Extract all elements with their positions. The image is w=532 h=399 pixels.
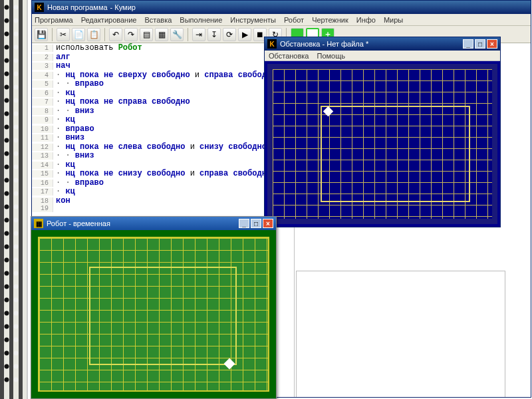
menu-help[interactable]: Помощь: [317, 52, 345, 60]
code-line[interactable]: 2алг: [32, 53, 294, 62]
main-title: Новая программа - Кумир: [47, 3, 528, 11]
code-text: · вправо: [53, 124, 94, 134]
close-button[interactable]: ×: [263, 219, 273, 228]
line-number: 5: [32, 80, 53, 88]
robot-field[interactable]: [31, 230, 276, 398]
code-line[interactable]: 15· нц пока не снизу свободно и справа с…: [32, 169, 294, 178]
code-text: · кц: [53, 187, 75, 196]
obst-menubar: Обстановка Помощь: [265, 51, 500, 61]
code-text: · нц пока не сверху свободно и справа св…: [53, 70, 276, 80]
maximize-button[interactable]: □: [251, 219, 261, 228]
code-line[interactable]: 8· · вниз: [32, 106, 294, 116]
obstanovka-window: K Обстановка - Нет файла * _ □ × Обстано…: [264, 37, 501, 227]
props-icon[interactable]: ▦: [155, 28, 168, 41]
code-text: · · вниз: [53, 106, 94, 116]
code-line[interactable]: 3нач: [32, 61, 294, 70]
redo-icon[interactable]: ↷: [124, 28, 138, 41]
code-line[interactable]: 4· нц пока не сверху свободно и справа с…: [32, 70, 294, 80]
menu-info[interactable]: Инфо: [356, 16, 376, 24]
line-number: 6: [32, 90, 53, 97]
tool-icon[interactable]: 🔧: [170, 28, 184, 41]
copy-icon[interactable]: 📄: [72, 28, 85, 41]
robot-title: Робот - временная: [47, 219, 239, 227]
code-line[interactable]: 19: [32, 205, 294, 214]
line-number: 17: [32, 188, 53, 196]
line-number: 16: [32, 180, 53, 187]
code-line[interactable]: 14· кц: [32, 160, 294, 170]
robot-app-icon: ▦: [34, 219, 43, 228]
code-line[interactable]: 1использовать Робот: [32, 43, 294, 53]
code-text: · · вниз: [53, 151, 94, 160]
obst-titlebar[interactable]: K Обстановка - Нет файла * _ □ ×: [265, 37, 500, 51]
menu-run[interactable]: Выполнение: [180, 16, 222, 24]
code-line[interactable]: 6· кц: [32, 88, 294, 98]
undo-icon[interactable]: ↶: [109, 28, 122, 41]
code-line[interactable]: 17· кц: [32, 187, 294, 196]
step-over-icon[interactable]: ↧: [207, 28, 221, 41]
menu-program[interactable]: Программа: [35, 16, 73, 24]
code-text: алг: [53, 53, 70, 62]
minimize-button[interactable]: _: [463, 39, 473, 49]
cut-icon[interactable]: ✂: [57, 28, 70, 41]
line-number: 8: [32, 108, 53, 115]
menu-robot[interactable]: Робот: [284, 16, 304, 24]
code-line[interactable]: 5· · вправо: [32, 79, 294, 88]
line-number: 10: [32, 126, 53, 133]
obst-wall-rect: [321, 106, 470, 202]
menu-obstanovka[interactable]: Обстановка: [269, 52, 309, 60]
code-line[interactable]: 7· нц пока не справа свободно: [32, 97, 294, 106]
obst-field[interactable]: [265, 61, 500, 227]
code-line[interactable]: 18кон: [32, 196, 294, 205]
line-number: 9: [32, 116, 53, 124]
paste-icon[interactable]: 📋: [87, 28, 100, 41]
obst-title: Обстановка - Нет файла *: [280, 40, 463, 48]
step-into-icon[interactable]: ⇥: [192, 28, 205, 41]
code-text: · нц пока не справа свободно: [53, 97, 190, 106]
code-text: · кц: [53, 88, 75, 98]
code-line[interactable]: 12· нц пока не слева свободно и снизу св…: [32, 142, 294, 152]
code-text: · · вправо: [53, 79, 104, 88]
code-text: · нц пока не снизу свободно и справа сво…: [53, 169, 271, 178]
run-icon[interactable]: ▶: [238, 28, 251, 41]
code-text: кон: [53, 196, 70, 205]
main-titlebar[interactable]: K Новая программа - Кумир: [32, 1, 531, 14]
code-text: · вниз: [53, 133, 84, 142]
line-number: 15: [32, 170, 53, 178]
save-icon[interactable]: 💾: [35, 28, 48, 41]
code-text: использовать Робот: [53, 43, 142, 53]
robot-wall-rect: [89, 267, 237, 365]
menu-insert[interactable]: Вставка: [144, 16, 172, 24]
menu-tools[interactable]: Инструменты: [230, 16, 276, 24]
line-number: 14: [32, 162, 53, 169]
app-icon: K: [35, 3, 44, 12]
code-text: · кц: [53, 160, 75, 170]
main-menubar: Программа Редактирование Вставка Выполне…: [32, 14, 531, 26]
obst-app-icon: K: [267, 39, 277, 49]
line-number: 4: [32, 72, 53, 79]
robot-window: ▦ Робот - временная _ □ ×: [31, 216, 277, 399]
line-number: 2: [32, 54, 53, 61]
code-text: · · вправо: [53, 178, 104, 188]
robot-titlebar[interactable]: ▦ Робот - временная _ □ ×: [31, 217, 276, 230]
menu-drafter[interactable]: Чертежник: [312, 16, 348, 24]
line-number: 11: [32, 134, 53, 142]
list-icon[interactable]: ▤: [140, 28, 153, 41]
close-button[interactable]: ×: [487, 39, 497, 49]
code-line[interactable]: 9· кц: [32, 115, 294, 124]
line-number: 7: [32, 98, 53, 106]
code-line[interactable]: 10· вправо: [32, 124, 294, 134]
line-number: 1: [32, 45, 53, 52]
maximize-button[interactable]: □: [475, 39, 485, 49]
code-line[interactable]: 11· вниз: [32, 133, 294, 142]
minimize-button[interactable]: _: [239, 219, 249, 228]
menu-edit[interactable]: Редактирование: [81, 16, 137, 24]
output-panel: [296, 271, 505, 398]
line-number: 19: [32, 205, 53, 212]
line-number: 13: [32, 152, 53, 160]
step-out-icon[interactable]: ⟳: [223, 28, 236, 41]
code-text: нач: [53, 61, 70, 70]
code-line[interactable]: 13· · вниз: [32, 151, 294, 160]
code-line[interactable]: 16· · вправо: [32, 178, 294, 188]
menu-worlds[interactable]: Миры: [384, 16, 403, 24]
line-number: 12: [32, 144, 53, 151]
